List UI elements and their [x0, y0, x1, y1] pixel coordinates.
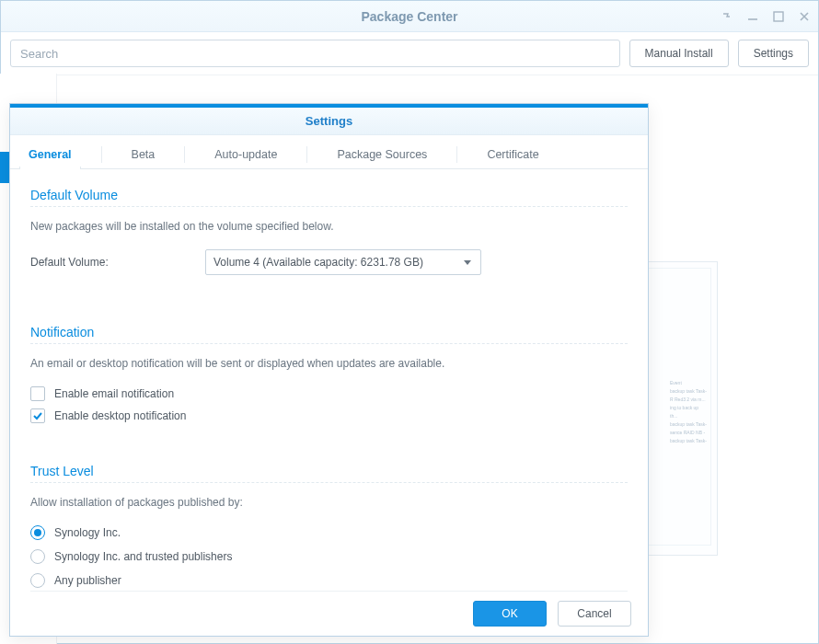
default-volume-row: Default Volume: Volume 4 (Available capa…	[30, 249, 628, 275]
section-trust-desc: Allow installation of packages published…	[30, 496, 628, 509]
checkbox-icon	[30, 408, 45, 423]
settings-button[interactable]: Settings	[738, 40, 809, 67]
manual-install-button[interactable]: Manual Install	[629, 40, 729, 67]
default-volume-label: Default Volume:	[30, 256, 205, 269]
tab-package-sources[interactable]: Package Sources	[333, 141, 431, 168]
radio-icon	[30, 549, 45, 564]
radio-synology-trusted[interactable]: Synology Inc. and trusted publishers	[30, 549, 628, 564]
radio-synology-only-label: Synology Inc.	[54, 526, 121, 539]
checkbox-icon	[30, 386, 45, 401]
package-center-window: Package Center Manual Install Settings	[0, 0, 819, 644]
tab-certificate[interactable]: Certificate	[483, 141, 542, 168]
section-notification-heading: Notification	[30, 319, 628, 344]
radio-any-publisher[interactable]: Any publisher	[30, 573, 628, 588]
pin-icon[interactable]	[719, 8, 735, 25]
section-default-volume-heading: Default Volume	[30, 182, 628, 207]
tab-auto-update[interactable]: Auto-update	[211, 141, 281, 168]
checkbox-desktop-notification[interactable]: Enable desktop notification	[30, 408, 628, 423]
svg-rect-1	[774, 12, 783, 21]
section-notification-desc: An email or desktop notification will be…	[30, 357, 628, 370]
checkbox-desktop-label: Enable desktop notification	[54, 409, 186, 422]
default-volume-select[interactable]: Volume 4 (Available capacity: 6231.78 GB…	[205, 249, 481, 275]
dialog-body: Default Volume New packages will be inst…	[10, 169, 648, 611]
radio-icon	[30, 573, 45, 588]
tab-general[interactable]: General	[25, 141, 75, 168]
search-input[interactable]	[10, 40, 620, 67]
radio-synology-only[interactable]: Synology Inc.	[30, 525, 628, 540]
toolbar: Manual Install Settings	[1, 32, 818, 75]
checkbox-email-label: Enable email notification	[54, 387, 174, 400]
radio-synology-trusted-label: Synology Inc. and trusted publishers	[54, 550, 232, 563]
radio-any-publisher-label: Any publisher	[54, 574, 121, 587]
section-default-volume-desc: New packages will be installed on the vo…	[30, 220, 628, 233]
ok-button[interactable]: OK	[473, 601, 547, 627]
dialog-title: Settings	[10, 108, 648, 135]
dialog-footer-separator	[30, 591, 628, 592]
dialog-tabs: General Beta Auto-update Package Sources…	[10, 135, 648, 169]
window-titlebar: Package Center	[1, 1, 818, 32]
radio-icon	[30, 525, 45, 540]
section-trust-heading: Trust Level	[30, 458, 628, 483]
cancel-button[interactable]: Cancel	[558, 601, 631, 627]
settings-dialog: Settings General Beta Auto-update Packag…	[9, 103, 649, 637]
dialog-footer: OK Cancel	[473, 601, 631, 627]
window-title: Package Center	[361, 9, 457, 24]
maximize-icon[interactable]	[770, 8, 787, 25]
checkbox-email-notification[interactable]: Enable email notification	[30, 386, 628, 401]
tab-beta[interactable]: Beta	[128, 141, 159, 168]
default-volume-value: Volume 4 (Available capacity: 6231.78 GB…	[213, 256, 423, 269]
close-icon[interactable]	[796, 8, 813, 25]
window-controls	[719, 1, 813, 32]
minimize-icon[interactable]	[744, 8, 761, 25]
